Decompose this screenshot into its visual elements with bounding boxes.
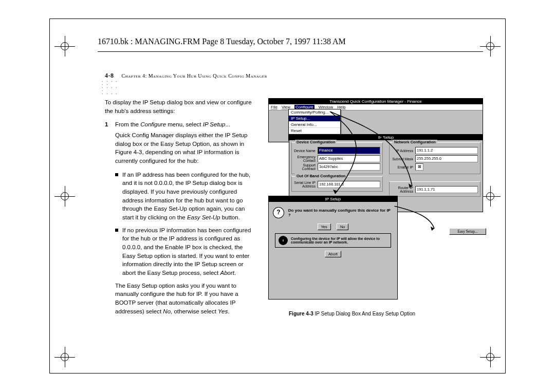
prompt-question-text: Do you want to manually configure this d… (288, 208, 393, 217)
figure-caption-text: IP Setup Dialog Box And Easy Setup Optio… (313, 311, 415, 316)
bullet-item: If an IP address has been configured for… (115, 171, 254, 222)
bullet-text: If an IP address has been configured for… (122, 171, 254, 222)
figure-caption: Figure 4-3 IP Setup Dialog Box And Easy … (289, 311, 415, 316)
router-group: Router IP Address191.1.1.71 (389, 181, 480, 197)
subnet-mask-field[interactable]: 255.255.255.0 (415, 155, 478, 162)
body-text-column: To display the IP Setup dialog box and v… (105, 98, 254, 321)
square-bullet-icon (115, 173, 118, 176)
info-icon: i (279, 236, 288, 245)
info-note: i Configuring the device for IP will all… (275, 233, 391, 248)
enable-ip-checkbox[interactable]: ⊠ (415, 163, 423, 171)
crop-mark (54, 186, 75, 207)
prompt-question-row: ? Do you want to manually configure this… (273, 207, 393, 218)
figure-number: Figure 4-3 (289, 311, 313, 316)
group-title: Device Configuration (295, 140, 337, 144)
serial-ip-label: Serial Line IP Address (294, 181, 316, 188)
menu-item-reset[interactable]: Reset (289, 128, 340, 134)
crop-mark (480, 347, 501, 367)
crop-mark (54, 347, 75, 367)
crop-mark (480, 186, 501, 207)
router-ip-label: Router IP Address (392, 186, 413, 193)
group-title: Network Configuration (393, 140, 437, 144)
question-icon: ? (273, 207, 284, 218)
menu-item-general-info[interactable]: General Info... (289, 122, 340, 128)
paragraph: The Easy Setup option asks you if you wa… (115, 282, 254, 316)
network-config-group: Network Configuration IP Address191.1.1.… (389, 142, 480, 174)
header-rule (98, 51, 483, 52)
menu-item-ip-setup[interactable]: IP Setup... (289, 116, 340, 122)
ip-setup-prompt-titlebar: IP Setup (269, 196, 397, 202)
info-note-text: Configuring the device for IP will allow… (291, 237, 387, 244)
support-contract-label: Support Contract (294, 163, 316, 171)
easy-setup-button-area: Easy Setup... (449, 226, 483, 236)
easy-setup-button[interactable]: Easy Setup... (449, 228, 486, 235)
ip-address-label: IP Address (392, 149, 413, 153)
yes-button[interactable]: Yes (318, 223, 331, 230)
menu-item-community[interactable]: Community/Polling... (289, 109, 340, 116)
group-title: Out Of Band Configuration (295, 174, 347, 178)
step-1: 1 From the Configure menu, select IP Set… (105, 120, 254, 129)
no-button[interactable]: No (337, 223, 349, 230)
serial-ip-field[interactable]: 192.168.101.3 (318, 181, 380, 188)
router-ip-field[interactable]: 191.1.1.71 (415, 186, 478, 193)
bullet-text: If no previous IP information has been c… (122, 226, 254, 277)
ip-setup-prompt-window: IP Setup ? Do you want to manually confi… (268, 196, 398, 300)
device-name-field[interactable]: Finance (318, 147, 380, 154)
abort-row: Abort (269, 251, 397, 257)
running-header: 4-8 Chapter 4: Managing Your Hub Using Q… (105, 72, 483, 80)
oob-config-group: Out Of Band Configuration Serial Line IP… (291, 176, 383, 192)
device-name-label: Device Name (294, 149, 316, 153)
page-number: 4-8 (105, 72, 114, 79)
step-text: From the Configure menu, select IP Setup… (115, 120, 254, 129)
content-area: 4-8 Chapter 4: Managing Your Hub Using Q… (105, 72, 483, 321)
bullet-item: If no previous IP information has been c… (115, 226, 254, 277)
square-bullet-icon (115, 229, 118, 232)
support-contract-field[interactable]: 3c4297abc (318, 163, 380, 171)
crop-mark (480, 36, 501, 57)
menu-file[interactable]: File (271, 105, 278, 109)
step-number: 1 (105, 120, 111, 129)
emergency-contact-label: Emergency Contact (294, 155, 316, 162)
emergency-contact-field[interactable]: ABC Supplies (318, 155, 380, 162)
abort-button[interactable]: Abort (325, 251, 341, 257)
main-titlebar: Transcend Quick Configuration Manager - … (269, 99, 483, 104)
device-config-group: Device Configuration Device NameFinance … (291, 142, 383, 174)
header-stamp: 16710.bk : MANAGING.FRM Page 8 Tuesday, … (98, 37, 346, 46)
yes-no-row: Yes No (269, 223, 397, 230)
intro-paragraph: To display the IP Setup dialog box and v… (105, 98, 254, 115)
crop-mark (54, 36, 75, 57)
ip-address-field[interactable]: 191.1.1.2 (415, 147, 478, 154)
enable-ip-label: Enable IP (392, 165, 413, 169)
chapter-title: Chapter 4: Managing Your Hub Using Quick… (122, 73, 267, 79)
dotted-ornament: · · · · · ·· · · · ·· · · · (102, 80, 119, 96)
paragraph: Quick Config Manager displays either the… (115, 131, 254, 165)
subnet-mask-label: Subnet Mask (392, 157, 413, 161)
figure-column: Transcend Quick Configuration Manager - … (268, 98, 483, 321)
